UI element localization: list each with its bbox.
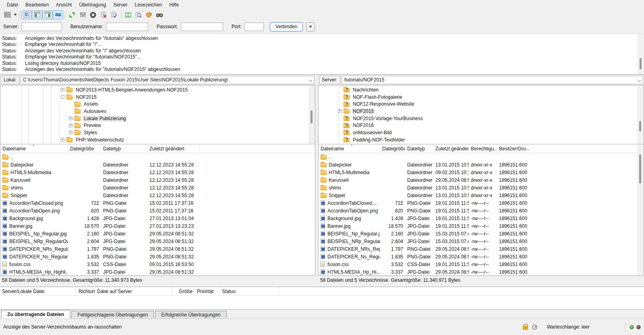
column-header-4[interactable]: Berechtigu... [469, 144, 497, 153]
refresh-button[interactable] [67, 10, 77, 19]
reconnect-button[interactable] [109, 10, 119, 19]
file-row[interactable]: BEISPIEL_NRp_Regular...2.604JPG-Datei15.… [319, 237, 644, 245]
file-row[interactable]: DATEPICKER_Ns_Regular....1.835PNG-Datei2… [0, 253, 315, 260]
file-row[interactable]: DATEPICKER_Ns_Regu...1.835PNG-Datei29.05… [319, 253, 644, 260]
tree-item[interactable]: +PHP-Webseitenschutz [0, 136, 315, 144]
expand-icon[interactable]: + [69, 117, 72, 120]
tree-item[interactable]: NOF-Flash-Fotogalerie [319, 94, 644, 101]
file-row[interactable]: HTML5-MEDIA_Hp_Hi...3.337JPG-Datei29.05.… [319, 268, 644, 275]
collapse-icon[interactable]: - [61, 95, 64, 99]
menu-item-lesezeichen[interactable]: Lesezeichen [131, 1, 165, 9]
toggle-log-button[interactable] [21, 10, 32, 19]
file-row[interactable]: Banner.jpg18.570JPG-Datei19.01.2015 11:5… [319, 222, 644, 230]
file-row[interactable]: HTML5-MEDIA_Hp_Highli...3.337JPG-Datei29… [0, 268, 315, 275]
column-header-1[interactable]: Dateigröße [380, 144, 405, 153]
file-row[interactable]: DatepickerDateiordner12.12.2023 14:55:28 [0, 161, 315, 169]
tree-item[interactable]: -NOF2015 [0, 94, 315, 101]
filter-button[interactable] [144, 10, 154, 19]
pane-splitter[interactable] [315, 75, 318, 284]
tab-active[interactable]: Zu übertragende Dateien [1, 310, 70, 318]
tab-inactive[interactable]: Erfolgreiche Übertragungen [155, 311, 226, 318]
file-row[interactable]: BEISPIEL_NRp_RegularOv...2.604JPG-Datei2… [0, 237, 315, 245]
remote-path-combobox[interactable]: /tutorials/NOF2015 [342, 76, 643, 84]
tree-item[interactable]: onMouseover-Bild [319, 129, 644, 136]
file-row[interactable]: DATEPICKER_NRs_Reg...1.797PNG-Datei29.05… [319, 245, 644, 253]
menu-item-übertragung[interactable]: Übertragung [75, 1, 110, 9]
queue-column-header[interactable]: Größe [172, 287, 195, 295]
tree-item[interactable]: +Styles [0, 129, 315, 136]
file-row[interactable]: BEISPIEL_Np_Regular.jpg2.160JPG-Datei29.… [0, 230, 315, 237]
menu-item-server[interactable]: Server [110, 1, 131, 9]
file-row[interactable]: AccordionTabClosed.png722PNG-Datei15.02.… [0, 199, 315, 207]
column-header-name[interactable]: Dateiname^ [0, 144, 68, 153]
file-row[interactable]: SnippetDateiordner12.12.2023 14:55:28 [0, 191, 315, 199]
site-manager-dropdown-button[interactable] [12, 10, 18, 19]
column-header-2[interactable]: Dateityp [101, 144, 147, 153]
process-queue-button[interactable] [77, 10, 88, 19]
expand-icon[interactable]: + [69, 131, 72, 134]
column-header-3[interactable]: Zuletzt geändert [433, 144, 469, 153]
username-input[interactable] [106, 23, 148, 31]
synchronized-browsing-button[interactable] [133, 10, 144, 19]
tree-item[interactable]: NOF2015-Vorlage-YourBusiness [319, 115, 644, 122]
expand-icon[interactable]: + [61, 138, 64, 141]
file-row[interactable]: shimsDateiordner12.12.2023 14:55:28 [0, 184, 315, 191]
toggle-local-tree-button[interactable] [32, 10, 42, 19]
file-row[interactable]: KarussellDateiordner29.05.2024 08:5...dr… [319, 176, 644, 184]
file-row[interactable]: AccordionTabOpen.png820PNG-Datei15.02.20… [0, 207, 315, 214]
remote-list-scrollbar[interactable] [637, 144, 644, 275]
menu-item-bearbeiten[interactable]: Bearbeiten [22, 1, 52, 9]
local-path-combobox[interactable]: C:\Users\Thoma\Documents\NetObjects Fusi… [21, 76, 315, 84]
speed-limit-icon[interactable] [532, 325, 537, 330]
file-row[interactable]: HTML5-MultimediaDateiordner12.12.2023 14… [0, 169, 315, 176]
disconnect-button[interactable] [98, 10, 109, 19]
file-row[interactable]: Banner.jpg18.570JPG-Datei27.01.2013 13:2… [0, 222, 315, 230]
tree-item[interactable]: +NOF2013-HTML5-Beispiel-Anwendungen-NOF2… [0, 86, 315, 94]
file-row[interactable]: SnippetDateiordner13.01.2015 10:5...drwx… [319, 191, 644, 199]
toggle-remote-tree-button[interactable] [42, 10, 53, 19]
queue-column-header[interactable]: Richtung [77, 287, 95, 295]
server-input[interactable] [22, 23, 62, 31]
menu-item-hilfe[interactable]: Hilfe [166, 1, 182, 9]
connect-dropdown-button[interactable] [306, 22, 315, 31]
tree-item[interactable]: Autosaves [0, 108, 315, 115]
menu-item-ansicht[interactable]: Ansicht [52, 1, 75, 9]
expand-icon[interactable]: + [69, 124, 72, 127]
queue-column-header[interactable]: Priorität [195, 287, 220, 295]
cancel-button[interactable] [88, 10, 98, 19]
column-header-2[interactable]: Dateityp [405, 144, 433, 153]
file-row[interactable]: DATEPICKER_NRs_Regular...1.797PNG-Datei2… [0, 245, 315, 253]
file-row[interactable]: Background.jpg1.428JPG-Datei19.01.2015 1… [319, 214, 644, 222]
tree-item[interactable]: +Preview [0, 122, 315, 129]
file-row[interactable]: BEISPIEL_Np_Regular.j...2.160JPG-Datei15… [319, 230, 644, 237]
toggle-queue-button[interactable] [53, 10, 63, 19]
file-row[interactable]: shimsDateiordner13.01.2015 10:5...drwxr-… [319, 184, 644, 191]
column-header-5[interactable]: Besitzer/Gru... [497, 144, 534, 153]
file-row[interactable]: AccordionTabClosed....722PNG-Datei19.01.… [319, 199, 644, 207]
expand-icon[interactable]: + [338, 109, 342, 113]
site-manager-button[interactable] [2, 10, 12, 19]
tree-item[interactable]: NOF12-Responsive-Website [319, 100, 644, 108]
directory-comparison-button[interactable] [123, 10, 133, 19]
tree-item[interactable]: +Lokale Publizierung [0, 115, 315, 122]
log-scrollbar[interactable] [638, 34, 644, 74]
queue-column-header[interactable]: Status [220, 287, 280, 295]
tree-item[interactable]: NOF2016 [319, 122, 644, 129]
file-row[interactable]: AccordionTabOpen.png820PNG-Datei19.01.20… [319, 207, 644, 214]
column-header-1[interactable]: Dateigröße [68, 144, 101, 153]
column-header-name[interactable]: Dateiname^ [319, 144, 380, 153]
file-row[interactable]: fusion.css3.532CSS-Datei19.01.2015 11:5.… [319, 260, 644, 268]
tree-item[interactable]: Assets [0, 100, 315, 108]
queue-column-header[interactable]: Datei auf Server [95, 287, 172, 295]
menu-item-datei[interactable]: Datei [3, 1, 22, 9]
port-input[interactable] [244, 23, 264, 31]
find-files-button[interactable] [154, 10, 165, 19]
expand-icon[interactable]: + [61, 88, 64, 92]
file-row[interactable]: HTML5-MultimediaDateiordner09.02.2015 10… [319, 169, 644, 176]
file-row[interactable]: .. [319, 153, 644, 161]
file-row[interactable]: Background.jpg1.428JPG-Datei27.01.2013 1… [0, 214, 315, 222]
tree-item[interactable]: Nachrichten [319, 86, 644, 94]
file-row[interactable]: DatepickerDateiordner13.01.2015 10:5...d… [319, 161, 644, 169]
file-row[interactable]: fusion.css3.532CSS-Datei09.01.2015 16:53… [0, 260, 315, 268]
remote-list-scrollbar-thumb[interactable] [639, 154, 641, 183]
